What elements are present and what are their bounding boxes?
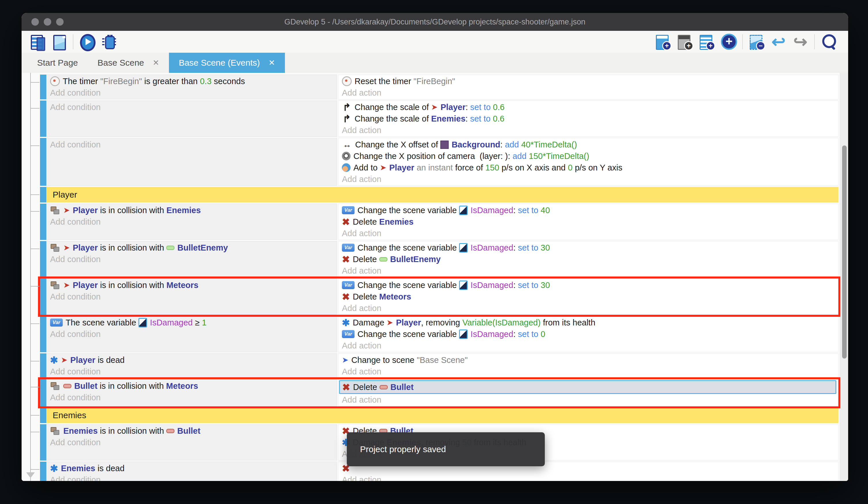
add-action-button[interactable]: Add action <box>339 394 838 405</box>
actions-column: VarChange the scene variable IsDamaged: … <box>338 279 838 315</box>
add-condition-button[interactable]: Add condition <box>46 216 337 228</box>
condition-timer-firebegin[interactable]: The timer "FireBegin" is greater than 0.… <box>46 75 337 87</box>
search-icon[interactable] <box>820 34 837 50</box>
add-condition-button[interactable]: Add condition <box>46 328 337 340</box>
add-event-icon[interactable] <box>655 34 671 50</box>
event-group-row[interactable]: Player <box>40 187 838 202</box>
text-segment: Meteors <box>166 381 198 391</box>
action-damage-player[interactable]: ✱Damage ➤Player, removing Variable(IsDam… <box>339 317 838 328</box>
add-action-button[interactable]: Add action <box>339 474 838 481</box>
tab-start-page[interactable]: Start Page <box>27 53 88 73</box>
scene-change-icon: ➤ <box>342 355 349 365</box>
text-segment: Enemies <box>431 114 465 123</box>
events-sheet: The timer "FireBegin" is greater than 0.… <box>22 73 848 481</box>
add-condition-button[interactable]: Add condition <box>46 474 337 481</box>
add-action-button[interactable]: Add action <box>339 265 838 276</box>
condition-player-collision-bulletenemy[interactable]: ➤Player is in collision with BulletEnemy <box>46 242 337 253</box>
condition-player-collision-meteors[interactable]: ➤Player is in collision with Meteors <box>46 279 337 291</box>
add-action-button[interactable]: Add action <box>339 340 838 351</box>
add-condition-button[interactable]: Add condition <box>46 437 337 448</box>
action-delete-enemies[interactable]: ✖Delete Enemies <box>339 216 838 228</box>
delete-icon: ✖ <box>342 216 350 228</box>
action-set-isdamaged-0[interactable]: VarChange the scene variable IsDamaged: … <box>339 328 838 340</box>
tab-base-scene[interactable]: Base Scene ✕ <box>88 53 169 73</box>
add-sub-event-icon[interactable] <box>676 34 693 50</box>
project-manager-icon[interactable] <box>29 34 45 50</box>
window-title: GDevelop 5 - /Users/dkarakay/Documents/G… <box>22 18 848 27</box>
add-condition-button[interactable]: Add condition <box>46 139 337 150</box>
text-segment: : <box>500 140 505 150</box>
close-tab-icon[interactable]: ✕ <box>269 58 275 67</box>
add-condition-button[interactable]: Add condition <box>46 291 337 302</box>
add-action-button[interactable]: Add action <box>339 366 838 377</box>
add-condition-button[interactable]: Add condition <box>46 366 337 377</box>
force-icon <box>342 163 351 172</box>
add-action-button[interactable]: Add action <box>339 124 838 136</box>
add-circle-icon[interactable] <box>720 34 736 50</box>
conditions-column: ➤Player is in collision with BulletEnemy… <box>46 241 337 278</box>
undo-icon[interactable]: ↩ <box>771 34 787 50</box>
add-condition-button[interactable]: Add condition <box>46 253 337 265</box>
action-force-player[interactable]: Add to ➤Player an instant force of 150 p… <box>339 162 838 173</box>
text-segment: is in collision with <box>98 205 167 215</box>
event-bar <box>40 241 46 278</box>
action-camera-x[interactable]: Change the X position of camera (layer: … <box>339 150 838 162</box>
conditions-column: The timer "FireBegin" is greater than 0.… <box>46 74 337 99</box>
actions-column: VarChange the scene variable IsDamaged: … <box>338 241 838 278</box>
bullet-red-icon <box>166 429 174 433</box>
actions-column: ➤Change to scene "Base Scene"Add action <box>338 353 838 378</box>
delete-icon: ✖ <box>342 254 350 265</box>
close-tab-icon[interactable]: ✕ <box>153 58 159 67</box>
condition-player-is-dead[interactable]: ✱➤Player is dead <box>46 354 337 366</box>
scrollbar-thumb[interactable] <box>842 145 847 359</box>
action-delete-meteors[interactable]: ✖Delete Meteors <box>339 291 838 302</box>
event-row: Add condition↱Change the scale of ➤Playe… <box>40 101 838 137</box>
text-segment: 0.6 <box>493 114 504 123</box>
player-object-icon: ➤ <box>63 281 70 290</box>
condition-bullet-collision-meteors[interactable]: Bullet is in collision with Meteors <box>46 380 337 392</box>
bullet-green-icon <box>379 257 388 262</box>
text-segment: Player <box>441 102 466 112</box>
action-set-isdamaged-30[interactable]: VarChange the scene variable IsDamaged: … <box>339 242 838 253</box>
action-reset-timer[interactable]: Reset the timer "FireBegin" <box>339 75 838 87</box>
condition-enemies-collision-bullet[interactable]: Enemies is in collision with Bullet <box>46 425 337 437</box>
condition-enemies-is-dead[interactable]: ✱Enemies is dead <box>46 463 337 474</box>
add-condition-button[interactable]: Add condition <box>46 101 337 113</box>
action-set-isdamaged-40[interactable]: VarChange the scene variable IsDamaged: … <box>339 204 838 216</box>
event-bar <box>40 74 46 99</box>
add-condition-button[interactable]: Add condition <box>46 87 337 99</box>
text-segment: "FireBegin" <box>414 77 455 86</box>
add-action-button[interactable]: Add action <box>339 302 838 314</box>
text-segment: 1 <box>202 318 206 327</box>
play-icon[interactable] <box>79 34 95 50</box>
add-action-button[interactable]: Add action <box>339 228 838 239</box>
action-scale-enemies[interactable]: ↱Change the scale of Enemies: set to 0.6 <box>339 113 838 124</box>
variable-badge-icon <box>138 318 147 327</box>
tab-base-scene-events[interactable]: Base Scene (Events) ✕ <box>169 53 285 73</box>
delete-event-icon[interactable] <box>748 34 765 50</box>
condition-player-collision-enemies[interactable]: ➤Player is in collision with Enemies <box>46 204 337 216</box>
action-scale-player[interactable]: ↱Change the scale of ➤Player: set to 0.6 <box>339 101 838 113</box>
text-segment: Damage <box>353 318 387 327</box>
action-set-isdamaged-30[interactable]: VarChange the scene variable IsDamaged: … <box>339 279 838 291</box>
scrollbar-track[interactable] <box>840 73 848 481</box>
text-segment: BulletEnemy <box>390 255 441 264</box>
action-change-scene[interactable]: ➤Change to scene "Base Scene" <box>339 354 838 366</box>
action-delete-bulletenemy[interactable]: ✖Delete BulletEnemy <box>339 253 838 265</box>
redo-icon[interactable]: ↪ <box>792 34 808 50</box>
scene-editor-icon[interactable] <box>51 34 67 50</box>
event-group-row[interactable]: Enemies <box>40 407 838 423</box>
action-x-offset-background[interactable]: ↔Change the X offset of Background: add … <box>339 139 838 150</box>
player-object-icon: ➤ <box>63 205 70 215</box>
action-delete-bullet[interactable]: ✖Delete Bullet <box>339 380 836 394</box>
var-icon: Var <box>342 244 354 252</box>
add-action-button[interactable]: Add action <box>339 87 838 99</box>
add-action-button[interactable]: Add action <box>339 173 838 185</box>
add-comment-icon[interactable] <box>699 34 715 50</box>
text-segment: from its health <box>540 318 595 327</box>
add-condition-button[interactable]: Add condition <box>46 392 337 403</box>
debug-icon[interactable] <box>101 34 117 50</box>
text-segment: p/s on X axis and <box>499 163 568 172</box>
event-bar <box>40 316 46 352</box>
condition-isdamaged-gte-1[interactable]: VarThe scene variable IsDamaged ≥ 1 <box>46 317 337 328</box>
